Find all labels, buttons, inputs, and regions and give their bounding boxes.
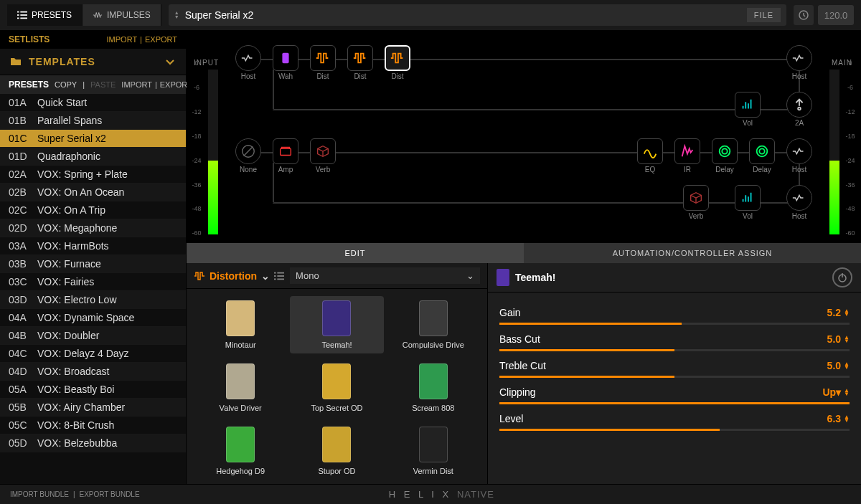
model-name: Teemah!: [321, 341, 352, 349]
signal-block[interactable]: Vol: [729, 185, 766, 220]
signal-block[interactable]: Delay: [743, 138, 781, 173]
param-value[interactable]: 5.0 ▲▼: [827, 333, 850, 345]
preset-item[interactable]: 02DVOX: Megaphone: [0, 219, 186, 237]
preset-name[interactable]: Super Serial x2: [185, 9, 747, 21]
preset-item[interactable]: 02BVOX: On An Ocean: [0, 184, 186, 201]
param-row[interactable]: Gain5.2 ▲▼: [499, 307, 850, 325]
preset-item[interactable]: 03AVOX: HarmBots: [0, 237, 186, 255]
preset-stepper[interactable]: ▲▼: [174, 11, 179, 19]
tab-impulses[interactable]: IMPULSES: [83, 4, 161, 26]
param-row[interactable]: ClippingUp▾ ▲▼: [499, 386, 850, 404]
preset-item[interactable]: 04DVOX: Broadcast: [0, 363, 186, 381]
waveform-icon: [93, 10, 103, 20]
preset-item[interactable]: 05AVOX: Beastly Boi: [0, 381, 186, 399]
model-item[interactable]: Scream 808: [387, 359, 480, 417]
tempo-tap-button[interactable]: [794, 5, 814, 25]
param-spinner[interactable]: ▲▼: [844, 309, 850, 316]
param-row[interactable]: Level6.3 ▲▼: [499, 413, 850, 431]
preset-item[interactable]: 02CVOX: On A Trip: [0, 201, 186, 219]
signal-block[interactable]: None: [230, 138, 267, 173]
param-row[interactable]: Bass Cut5.0 ▲▼: [499, 333, 850, 351]
signal-block[interactable]: Wah: [267, 45, 304, 80]
power-button[interactable]: [832, 267, 852, 287]
templates-dropdown[interactable]: TEMPLATES: [0, 49, 186, 75]
tab-automation[interactable]: AUTOMATION/CONTROLLER ASSIGN: [524, 243, 861, 263]
preset-item[interactable]: 03DVOX: Electro Low: [0, 291, 186, 309]
model-item[interactable]: Hedgehog D9: [194, 422, 287, 480]
preset-item[interactable]: 01DQuadraphonic: [0, 148, 186, 166]
signal-block[interactable]: Host: [230, 45, 267, 80]
preset-item[interactable]: 05CVOX: 8-Bit Crush: [0, 417, 186, 434]
param-slider[interactable]: [499, 402, 850, 404]
model-item[interactable]: Stupor OD: [290, 422, 383, 480]
file-button[interactable]: FILE: [747, 8, 781, 22]
param-spinner[interactable]: ▲▼: [844, 336, 850, 343]
export-bundle-button[interactable]: EXPORT BUNDLE: [79, 490, 139, 498]
preset-item[interactable]: 04AVOX: Dynamic Space: [0, 309, 186, 327]
presets-copy[interactable]: COPY: [55, 80, 77, 89]
preset-name: VOX: Broadcast: [37, 366, 109, 377]
preset-item[interactable]: 03CVOX: Fairies: [0, 273, 186, 291]
param-slider[interactable]: [499, 376, 850, 378]
preset-item[interactable]: 01CSuper Serial x2: [0, 130, 186, 148]
model-item[interactable]: Minotaur: [194, 296, 287, 353]
signal-block[interactable]: Host: [781, 45, 818, 80]
block-label: Dist: [391, 72, 403, 80]
signal-block[interactable]: EQ: [631, 138, 669, 173]
param-value[interactable]: Up▾ ▲▼: [822, 386, 850, 398]
param-spinner[interactable]: ▲▼: [844, 389, 850, 396]
preset-item[interactable]: 01AQuick Start: [0, 94, 186, 112]
preset-item[interactable]: 02AVOX: Spring + Plate: [0, 166, 186, 184]
signal-block[interactable]: Amp: [267, 138, 304, 173]
import-bundle-button[interactable]: IMPORT BUNDLE: [10, 490, 69, 498]
param-spinner[interactable]: ▲▼: [844, 362, 850, 369]
model-item[interactable]: Valve Driver: [194, 359, 287, 417]
block-label: Host: [792, 166, 807, 173]
preset-item[interactable]: 04BVOX: Doubler: [0, 327, 186, 345]
param-value[interactable]: 6.3 ▲▼: [827, 413, 850, 424]
signal-block[interactable]: Dist: [304, 45, 342, 80]
model-name: Stupor OD: [319, 467, 356, 475]
signal-block[interactable]: IR: [669, 138, 706, 173]
presets-import[interactable]: IMPORT: [121, 80, 152, 89]
param-value[interactable]: 5.2 ▲▼: [827, 307, 850, 318]
param-slider[interactable]: [499, 323, 850, 325]
svg-point-14: [759, 148, 764, 153]
preset-item[interactable]: 01BParallel Spans: [0, 112, 186, 130]
preset-slot: 02B: [9, 186, 37, 198]
category-select[interactable]: Distortion ⌄: [194, 270, 284, 282]
block-label: Wah: [278, 72, 293, 80]
param-value[interactable]: 5.0 ▲▼: [827, 360, 850, 371]
preset-item[interactable]: 05DVOX: Belzebubba: [0, 434, 186, 452]
model-item[interactable]: Compulsive Drive: [387, 296, 480, 353]
block-icon: [735, 185, 761, 211]
signal-block[interactable]: Host: [781, 185, 818, 220]
signal-block[interactable]: 2A: [781, 92, 818, 127]
model-item[interactable]: Teemah!: [290, 296, 383, 353]
signal-block[interactable]: Dist: [379, 45, 416, 80]
preset-list[interactable]: 01AQuick Start01BParallel Spans01CSuper …: [0, 94, 186, 484]
signal-block[interactable]: Vol: [729, 92, 766, 127]
signal-sub-row: Vol2A: [230, 87, 818, 130]
tempo-value[interactable]: 120.0: [818, 5, 854, 25]
signal-block[interactable]: Dist: [342, 45, 379, 80]
signal-block[interactable]: Host: [781, 138, 818, 173]
preset-item[interactable]: 04CVOX: Delayz 4 Dayz: [0, 345, 186, 363]
signal-block[interactable]: Verb: [677, 185, 715, 220]
param-slider[interactable]: [499, 349, 850, 351]
tab-edit[interactable]: EDIT: [187, 243, 524, 263]
signal-block[interactable]: Delay: [706, 138, 743, 173]
footer: IMPORT BUNDLE | EXPORT BUNDLE H E L I X …: [0, 484, 861, 504]
model-item[interactable]: Vermin Dist: [387, 422, 480, 480]
preset-item[interactable]: 03BVOX: Furnace: [0, 255, 186, 273]
param-slider[interactable]: [499, 429, 850, 431]
param-row[interactable]: Treble Cut5.0 ▲▼: [499, 360, 850, 378]
setlist-export[interactable]: EXPORT: [145, 35, 177, 44]
model-item[interactable]: Top Secret OD: [290, 359, 383, 417]
preset-item[interactable]: 05BVOX: Airy Chamber: [0, 399, 186, 417]
channel-mode-select[interactable]: Mono ⌄: [290, 267, 480, 284]
setlist-import[interactable]: IMPORT: [107, 35, 138, 44]
tab-presets[interactable]: PRESETS: [7, 4, 83, 26]
param-spinner[interactable]: ▲▼: [844, 415, 850, 422]
signal-block[interactable]: Verb: [304, 138, 342, 173]
